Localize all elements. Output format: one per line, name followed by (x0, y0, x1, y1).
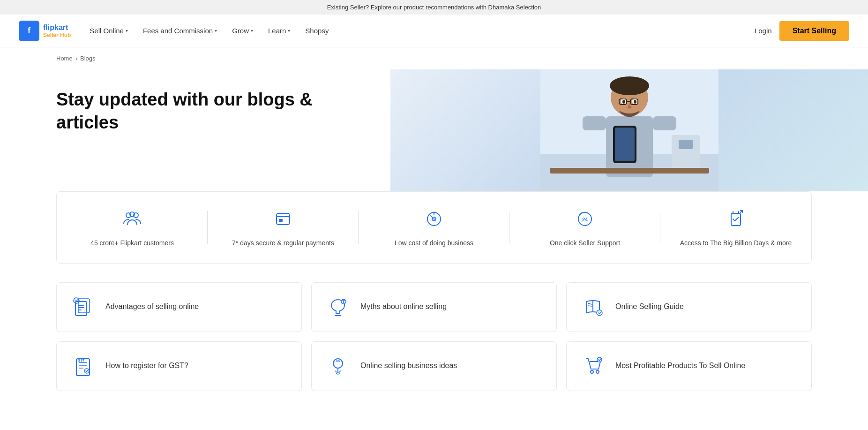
svg-point-3 (610, 76, 649, 95)
blog-card-ideas-title: Online selling business ideas (360, 361, 457, 371)
nav-fees-commission[interactable]: Fees and Commission ▾ (143, 23, 217, 38)
logo-seller-hub: Seller Hub (43, 32, 71, 38)
advantages-icon (70, 294, 96, 320)
svg-point-41 (597, 357, 602, 362)
guide-icon (580, 294, 606, 320)
svg-text:GST: GST (78, 359, 85, 362)
logo[interactable]: f flipkart Seller Hub (19, 21, 71, 41)
feature-billion-days-text: Access to The Big Billion Days & more (680, 239, 792, 248)
svg-point-12 (634, 100, 636, 104)
feature-payments: 7* days secure & regular payments (208, 207, 359, 248)
feature-customers: 45 crore+ Flipkart customers (57, 207, 208, 248)
top-banner: Existing Seller? Explore our product rec… (0, 0, 868, 15)
chevron-down-icon: ▾ (251, 28, 253, 33)
nav-grow[interactable]: Grow ▾ (232, 23, 253, 38)
blog-card-myths[interactable]: Myths about online selling (311, 282, 557, 332)
gst-icon: GST (70, 353, 96, 379)
login-button[interactable]: Login (755, 27, 772, 35)
ideas-icon (325, 353, 351, 379)
feature-support: 24 One click Seller Support (509, 207, 660, 248)
blog-card-guide[interactable]: Online Selling Guide (566, 282, 812, 332)
feature-low-cost: % Low cost of doing business (359, 207, 509, 248)
blog-card-advantages[interactable]: Advantages of selling online (56, 282, 302, 332)
feature-low-cost-text: Low cost of doing business (395, 239, 473, 248)
svg-rect-16 (550, 168, 709, 174)
svg-point-38 (333, 359, 343, 368)
low-cost-icon: % (422, 207, 446, 231)
logo-text: flipkart Seller Hub (43, 23, 71, 39)
navbar: f flipkart Seller Hub Sell Online ▾ Fees… (0, 15, 868, 47)
myths-icon (325, 294, 351, 320)
hero-title: Stay updated with our blogs & articles (56, 88, 337, 135)
blog-card-advantages-title: Advantages of selling online (105, 302, 199, 312)
nav-actions: Login Start Selling (755, 21, 849, 41)
customers-icon (120, 207, 144, 231)
svg-rect-6 (653, 116, 676, 130)
support-icon: 24 (573, 207, 597, 231)
blog-card-myths-title: Myths about online selling (360, 302, 447, 312)
blog-card-gst[interactable]: GST How to register for GST? (56, 341, 302, 391)
svg-rect-8 (615, 128, 635, 161)
top-banner-text: Existing Seller? Explore our product rec… (327, 4, 541, 11)
nav-shopsy[interactable]: Shopsy (305, 23, 329, 38)
breadcrumb-current: Blogs (80, 55, 96, 62)
feature-customers-text: 45 crore+ Flipkart customers (90, 239, 174, 248)
blog-card-ideas[interactable]: Online selling business ideas (311, 341, 557, 391)
svg-text:%: % (433, 217, 436, 221)
hero-section: Stay updated with our blogs & articles (0, 69, 868, 191)
blog-grid: Advantages of selling online Myths about… (56, 282, 812, 391)
svg-rect-5 (583, 116, 606, 130)
svg-point-34 (597, 310, 602, 316)
hero-illustration (540, 69, 718, 191)
features-strip: 45 crore+ Flipkart customers 7* days sec… (56, 191, 812, 264)
blog-card-gst-title: How to register for GST? (105, 361, 188, 371)
svg-point-40 (596, 370, 599, 373)
breadcrumb-home[interactable]: Home (56, 55, 73, 62)
nav-items: Sell Online ▾ Fees and Commission ▾ Grow… (90, 23, 755, 38)
hero-text: Stay updated with our blogs & articles (56, 88, 337, 135)
svg-point-39 (591, 370, 593, 373)
payments-icon (271, 207, 295, 231)
hero-image (390, 69, 868, 191)
feature-payments-text: 7* days secure & regular payments (232, 239, 334, 248)
breadcrumb-separator: › (75, 55, 77, 62)
profitable-icon (580, 353, 606, 379)
breadcrumb: Home › Blogs (0, 47, 868, 69)
chevron-down-icon: ▾ (126, 28, 128, 33)
feature-support-text: One click Seller Support (550, 239, 620, 248)
svg-point-11 (622, 100, 625, 104)
svg-text:24: 24 (582, 217, 588, 222)
nav-sell-online[interactable]: Sell Online ▾ (90, 23, 128, 38)
logo-icon: f (19, 21, 39, 41)
chevron-down-icon: ▾ (288, 28, 290, 33)
svg-rect-22 (277, 213, 290, 225)
nav-learn[interactable]: Learn ▾ (268, 23, 290, 38)
feature-billion-days: Access to The Big Billion Days & more (660, 207, 811, 248)
blog-card-profitable-title: Most Profitable Products To Sell Online (615, 361, 745, 371)
logo-flipkart: flipkart (43, 23, 71, 32)
svg-rect-18 (679, 140, 693, 149)
blog-card-guide-title: Online Selling Guide (615, 302, 684, 312)
blog-card-profitable[interactable]: Most Profitable Products To Sell Online (566, 341, 812, 391)
billion-days-icon (724, 207, 748, 231)
start-selling-button[interactable]: Start Selling (779, 21, 849, 41)
svg-rect-23 (279, 219, 283, 222)
chevron-down-icon: ▾ (215, 28, 217, 33)
